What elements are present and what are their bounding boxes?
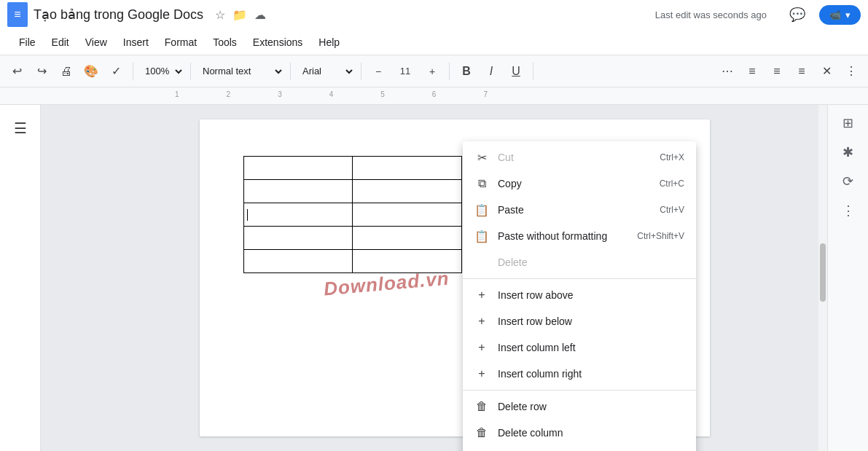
- delete-label: Delete: [498, 256, 684, 268]
- toolbar-divider-6: [533, 63, 533, 80]
- cut-icon: ✂: [474, 151, 489, 165]
- right-panel-icon-3[interactable]: ⟳: [838, 169, 858, 194]
- table-cell[interactable]: [353, 203, 462, 227]
- table-row: [243, 250, 461, 273]
- comments-icon[interactable]: 💬: [784, 1, 810, 28]
- overflow-button[interactable]: ⋮: [840, 60, 862, 82]
- ruler: 1 2 3 4 5 6 7: [0, 87, 868, 105]
- menu-help[interactable]: Help: [311, 34, 347, 51]
- menu-format[interactable]: Format: [157, 34, 204, 51]
- zoom-select[interactable]: 100%: [139, 61, 184, 82]
- table-cell[interactable]: [243, 250, 353, 273]
- context-menu-copy[interactable]: ⧉ Copy Ctrl+C: [463, 170, 696, 197]
- print-button[interactable]: 🖨: [55, 60, 77, 82]
- menu-insert[interactable]: Insert: [116, 34, 156, 51]
- clear-format-button[interactable]: ✕: [816, 60, 837, 82]
- right-panel-icon-4[interactable]: ⋮: [837, 198, 859, 223]
- spell-button[interactable]: ✓: [105, 60, 127, 82]
- menu-edit[interactable]: Edit: [44, 34, 77, 51]
- menu-tools[interactable]: Tools: [206, 34, 244, 51]
- style-select[interactable]: Normal text: [197, 61, 284, 82]
- context-menu-delete-table[interactable]: 🗑 Delete table: [463, 446, 696, 451]
- meet-chevron: ▾: [845, 9, 851, 20]
- right-panel: ⊞ ✱ ⟳ ⋮: [827, 105, 868, 451]
- scrollbar-thumb[interactable]: [820, 243, 826, 302]
- font-decrease-button[interactable]: −: [367, 60, 389, 82]
- context-menu-insert-row-above[interactable]: + Insert row above: [463, 282, 696, 308]
- document-table[interactable]: [243, 156, 462, 273]
- copy-icon: ⧉: [474, 177, 489, 190]
- scrollbar[interactable]: [818, 105, 827, 451]
- italic-button[interactable]: I: [480, 60, 502, 82]
- context-menu-paste-no-format[interactable]: 📋 Paste without formatting Ctrl+Shift+V: [463, 223, 696, 249]
- delete-row-icon: 🗑: [474, 400, 489, 413]
- title-icons: ☆ 📁 ☁: [215, 8, 266, 22]
- copy-shortcut: Ctrl+C: [660, 179, 684, 189]
- meet-button[interactable]: 📹 ▾: [819, 5, 861, 25]
- paste-no-format-label: Paste without formatting: [498, 230, 628, 242]
- paint-button[interactable]: 🎨: [80, 60, 102, 82]
- star-icon[interactable]: ☆: [215, 8, 225, 22]
- context-menu-insert-row-below[interactable]: + Insert row below: [463, 308, 696, 334]
- meet-icon: 📹: [829, 9, 841, 20]
- insert-row-below-label: Insert row below: [498, 315, 684, 327]
- menu-view[interactable]: View: [78, 34, 114, 51]
- table-row: [243, 157, 461, 180]
- table-row: [243, 227, 461, 250]
- toolbar-divider-5: [449, 63, 450, 80]
- table-cell[interactable]: [353, 227, 462, 250]
- table-cell[interactable]: [353, 157, 462, 180]
- table-cell[interactable]: [243, 227, 353, 250]
- delete-col-label: Delete column: [498, 427, 684, 439]
- left-sidebar: ☰: [0, 105, 41, 451]
- copy-label: Copy: [498, 178, 651, 189]
- insert-col-right-icon: +: [474, 367, 489, 380]
- context-menu-delete[interactable]: Delete: [463, 249, 696, 275]
- page-area: Download.vn: [41, 105, 868, 451]
- list-style-button[interactable]: ≡: [741, 60, 763, 82]
- insert-row-below-icon: +: [474, 315, 489, 328]
- underline-button[interactable]: U: [505, 60, 527, 82]
- doc-title: Tạo bảng trong Google Docs: [34, 7, 203, 23]
- toolbar-divider-1: [133, 63, 133, 80]
- menu-file[interactable]: File: [12, 34, 43, 51]
- indent-decrease-button[interactable]: ≡: [791, 60, 813, 82]
- table-cell-active[interactable]: [243, 203, 353, 227]
- doc-list-icon[interactable]: ☰: [14, 119, 27, 137]
- context-menu-insert-col-left[interactable]: + Insert column left: [463, 334, 696, 361]
- bold-button[interactable]: B: [455, 60, 477, 82]
- main-content: ☰: [0, 105, 868, 451]
- context-menu-paste[interactable]: 📋 Paste Ctrl+V: [463, 197, 696, 223]
- right-panel-icon-1[interactable]: ⊞: [838, 111, 858, 136]
- context-menu-delete-col[interactable]: 🗑 Delete column: [463, 420, 696, 446]
- font-increase-button[interactable]: +: [421, 60, 443, 82]
- table-cell[interactable]: [353, 250, 462, 273]
- context-menu: ✂ Cut Ctrl+X ⧉ Copy Ctrl+C 📋 Paste Ctrl+…: [463, 141, 696, 451]
- list-style-2-button[interactable]: ≡: [766, 60, 788, 82]
- context-menu-insert-col-right[interactable]: + Insert column right: [463, 361, 696, 387]
- table-cell[interactable]: [353, 180, 462, 203]
- paste-label: Paste: [498, 204, 651, 216]
- paste-no-format-shortcut: Ctrl+Shift+V: [637, 231, 684, 241]
- toolbar: ↩ ↪ 🖨 🎨 ✓ 100% Normal text Arial − 11 + …: [0, 55, 868, 87]
- more-toolbar-button[interactable]: ⋯: [716, 60, 738, 82]
- undo-button[interactable]: ↩: [6, 60, 28, 82]
- context-menu-cut[interactable]: ✂ Cut Ctrl+X: [463, 144, 696, 170]
- table-cell[interactable]: [243, 157, 353, 180]
- insert-col-right-label: Insert column right: [498, 368, 684, 380]
- cloud-icon[interactable]: ☁: [254, 8, 266, 22]
- font-size-display[interactable]: 11: [392, 60, 418, 82]
- folder-icon[interactable]: 📁: [232, 8, 247, 22]
- doc-icon: [7, 2, 28, 27]
- right-panel-icon-2[interactable]: ✱: [838, 140, 858, 165]
- font-select[interactable]: Arial: [297, 61, 355, 82]
- top-right-icons: 💬 📹 ▾: [784, 1, 861, 28]
- context-divider-2: [463, 390, 696, 391]
- table-cell[interactable]: [243, 180, 353, 203]
- menu-extensions[interactable]: Extensions: [246, 34, 310, 51]
- insert-row-above-icon: +: [474, 289, 489, 302]
- context-menu-delete-row[interactable]: 🗑 Delete row: [463, 393, 696, 420]
- redo-button[interactable]: ↪: [31, 60, 52, 82]
- cut-label: Cut: [498, 152, 651, 163]
- cut-shortcut: Ctrl+X: [660, 152, 684, 162]
